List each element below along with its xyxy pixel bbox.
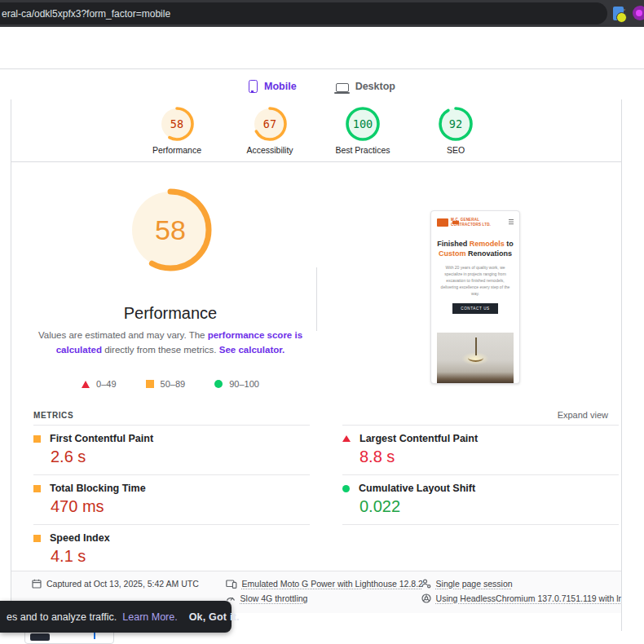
- orange-square-icon: [33, 435, 41, 443]
- pagespeed-insights-page: eral-ca/odkl5xpfx3?form_factor=mobile ☆ …: [0, 0, 644, 644]
- metric-lcp-name: Largest Contentful Paint: [359, 433, 478, 444]
- captured-at: Captured at Oct 13, 2025, 5:42 AM UTC: [32, 579, 226, 589]
- desktop-icon: [336, 83, 349, 92]
- metric-cls-value: 0.022: [359, 497, 619, 516]
- chromium-icon: [421, 593, 431, 603]
- legend-pass-range: 90–100: [229, 379, 259, 389]
- best-practices-score-label: Best Practices: [335, 145, 390, 155]
- orange-square-icon: [33, 535, 41, 542]
- chandelier: [475, 337, 477, 355]
- site-header: M.C. GENERAL CONTRACTORS LTD.: [437, 218, 514, 227]
- metric-si-value: 4.1 s: [51, 547, 310, 566]
- tab-mobile[interactable]: Mobile: [245, 73, 300, 99]
- chromium-version-text[interactable]: Using HeadlessChromium 137.0.7151.119 wi…: [436, 593, 621, 603]
- tab-desktop[interactable]: Desktop: [333, 73, 399, 99]
- orange-square-icon: [33, 485, 41, 492]
- throttling-text[interactable]: Slow 4G throttling: [240, 593, 308, 603]
- category-scores-row: 58 Performance 67 Accessibility: [11, 99, 621, 162]
- desc-text-2: directly from these metrics.: [102, 345, 219, 355]
- performance-main-score: 58: [128, 187, 213, 272]
- red-triangle-icon: [342, 435, 351, 442]
- legend-pass: 90–100: [214, 379, 259, 389]
- site-brand-text: M.C. GENERAL CONTRACTORS LTD.: [451, 218, 506, 227]
- see-calculator-link[interactable]: See calculator.: [219, 345, 285, 355]
- header-divider: [0, 68, 644, 69]
- site-heading-part-orange: Custom: [439, 249, 466, 258]
- hamburger-menu-icon: [509, 219, 514, 220]
- url-text: eral-ca/odkl5xpfx3?form_factor=mobile: [0, 8, 170, 20]
- performance-section-title: Performance: [11, 304, 329, 323]
- performance-description: Values are estimated and may vary. The p…: [28, 329, 313, 358]
- metric-cls: Cumulative Layout Shift 0.022: [342, 474, 619, 525]
- captured-at-text: Captured at Oct 13, 2025, 5:42 AM UTC: [46, 579, 199, 589]
- accessibility-score-label: Accessibility: [246, 145, 293, 155]
- site-heading: Finished Remodels to Custom Renovations: [437, 239, 514, 258]
- cookie-text: es and to analyze traffic.: [7, 611, 117, 623]
- metric-si-name: Speed Index: [50, 532, 110, 544]
- emulated-device: Emulated Moto G Power with Lighthouse 12…: [226, 579, 421, 589]
- metric-tbt-name: Total Blocking Time: [50, 483, 146, 494]
- site-contact-button: CONTACT US: [452, 303, 498, 314]
- score-seo[interactable]: 92 SEO: [421, 106, 491, 155]
- dark-chip: [30, 633, 50, 641]
- calendar-icon: [32, 579, 42, 589]
- metrics-section: METRICS Expand view First Contentful Pai…: [11, 404, 623, 574]
- blue-tick: [94, 633, 95, 639]
- mobile-icon: [249, 80, 258, 93]
- green-circle-icon: [342, 485, 350, 492]
- score-performance[interactable]: 58 Performance: [142, 106, 212, 155]
- site-paragraph: With 20 years of quality work, we specia…: [437, 264, 514, 297]
- metric-fcp-name: First Contentful Paint: [50, 433, 153, 444]
- site-heading-part: to: [505, 240, 514, 248]
- cookie-ok-button[interactable]: Ok, Got it.: [189, 611, 240, 623]
- metric-fcp-value: 2.6 s: [51, 448, 310, 466]
- seo-score-label: SEO: [447, 145, 465, 155]
- site-heading-part: Finished: [437, 240, 470, 248]
- legend-average: 50–89: [146, 379, 186, 389]
- best-practices-score: 100: [345, 106, 381, 142]
- throttling: Slow 4G throttling: [226, 593, 421, 603]
- score-accessibility[interactable]: 67 Accessibility: [235, 106, 305, 155]
- expand-view-link[interactable]: Expand view: [558, 410, 608, 420]
- site-heading-part: Renovations: [465, 249, 512, 258]
- session-type-text[interactable]: Single page session: [436, 579, 513, 589]
- summary-vertical-divider: [316, 267, 317, 331]
- metric-tbt: Total Blocking Time 470 ms: [33, 474, 310, 524]
- desc-text-1: Values are estimated and may vary. The: [38, 330, 208, 340]
- performance-score-label: Performance: [152, 145, 201, 155]
- seo-score: 92: [438, 106, 474, 142]
- green-circle-icon: [214, 380, 223, 388]
- performance-main-gauge: 58: [128, 187, 213, 272]
- accessibility-score: 67: [252, 106, 288, 142]
- emulated-device-text[interactable]: Emulated Moto G Power with Lighthouse 12…: [242, 579, 423, 589]
- metrics-title: METRICS: [33, 411, 73, 420]
- performance-score: 58: [159, 106, 195, 142]
- legend-fail-range: 0–49: [96, 379, 116, 389]
- score-legend: 0–49 50–89 90–100: [11, 379, 329, 389]
- url-field[interactable]: eral-ca/odkl5xpfx3?form_factor=mobile: [0, 2, 607, 24]
- legend-fail: 0–49: [82, 379, 116, 389]
- chromium-version: Using HeadlessChromium 137.0.7151.119 wi…: [421, 593, 621, 603]
- metric-tbt-value: 470 ms: [51, 497, 310, 516]
- report-card: 58 Performance 67 Accessibility: [11, 99, 622, 631]
- tab-mobile-label: Mobile: [264, 81, 297, 92]
- site-heading-part-orange: Remodels: [470, 240, 505, 248]
- session-icon: [421, 579, 431, 589]
- profile-extension-icon[interactable]: [633, 6, 644, 20]
- learn-more-link[interactable]: Learn More.: [122, 611, 177, 623]
- cookie-banner: es and to analyze traffic. Learn More. O…: [0, 601, 232, 633]
- site-screenshot-thumbnail[interactable]: M.C. GENERAL CONTRACTORS LTD. Finished R…: [430, 210, 520, 384]
- session-type: Single page session: [421, 579, 621, 589]
- score-best-practices[interactable]: 100 Best Practices: [328, 106, 398, 155]
- red-triangle-icon: [82, 381, 90, 388]
- metric-lcp-value: 8.8 s: [359, 448, 619, 466]
- performance-summary-section: 58 Performance Values are estimated and …: [11, 162, 621, 404]
- device-tabs: Mobile Desktop: [0, 73, 644, 99]
- browser-address-bar: eral-ca/odkl5xpfx3?form_factor=mobile ☆: [0, 0, 644, 27]
- legend-average-range: 50–89: [161, 379, 186, 389]
- extension-icon[interactable]: [613, 7, 624, 20]
- metric-cls-name: Cumulative Layout Shift: [359, 483, 475, 494]
- device-icon: [226, 580, 237, 589]
- site-photo: [437, 333, 514, 383]
- metric-lcp: Largest Contentful Paint 8.8 s: [342, 425, 619, 474]
